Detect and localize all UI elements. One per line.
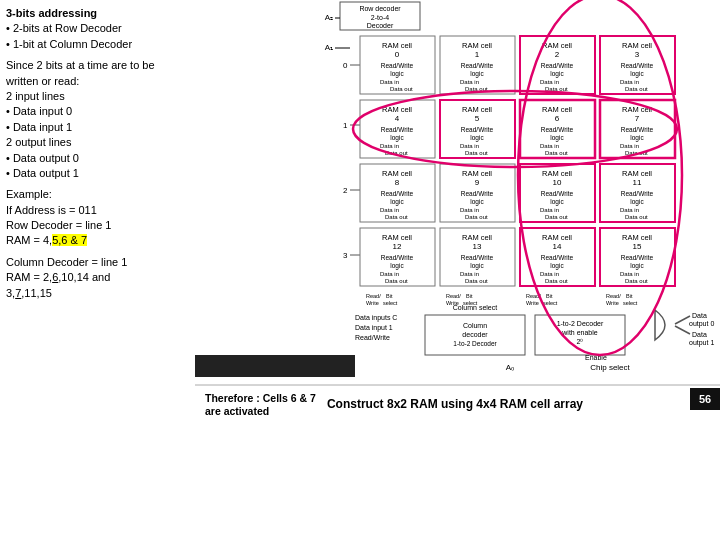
svg-text:Data in: Data in [380,271,399,277]
svg-text:are activated: are activated [205,405,269,417]
svg-text:Data: Data [692,331,707,338]
svg-text:RAM cell: RAM cell [622,233,652,242]
svg-text:logic: logic [550,262,564,270]
svg-text:RAM cell: RAM cell [542,169,572,178]
svg-text:Bit: Bit [466,293,473,299]
svg-text:logic: logic [470,198,484,206]
svg-text:Data in: Data in [380,207,399,213]
svg-text:Bit: Bit [386,293,393,299]
svg-text:Read/Write: Read/Write [541,190,574,197]
svg-text:logic: logic [630,198,644,206]
row-decoder-line: Row Decoder = line 1 [6,219,111,231]
svg-rect-165 [195,355,355,377]
data-input-0: • Data input 0 [6,105,72,117]
svg-text:logic: logic [550,70,564,78]
svg-text:Read/Write: Read/Write [541,254,574,261]
svg-text:Data out: Data out [385,278,408,284]
svg-text:Write: Write [606,300,619,306]
data-output-0: • Data output 0 [6,152,79,164]
svg-text:Data out: Data out [545,278,568,284]
svg-text:Column select: Column select [453,304,497,311]
svg-text:RAM cell: RAM cell [462,169,492,178]
svg-text:Read/Write: Read/Write [621,254,654,261]
svg-text:Row decoder: Row decoder [359,5,401,12]
svg-text:output 1: output 1 [689,339,714,347]
svg-text:logic: logic [470,134,484,142]
svg-text:15: 15 [633,242,642,251]
svg-text:1: 1 [343,121,348,130]
svg-text:10: 10 [553,178,562,187]
svg-text:Read/Write: Read/Write [621,190,654,197]
svg-text:RAM cell: RAM cell [462,41,492,50]
svg-text:Bit: Bit [546,293,553,299]
svg-text:3: 3 [635,50,640,59]
svg-text:Column: Column [463,322,487,329]
svg-text:Read/Write: Read/Write [461,254,494,261]
svg-text:Construct 8x2 RAM using 4x4 RA: Construct 8x2 RAM using 4x4 RAM cell arr… [327,397,583,411]
svg-text:Read/Write: Read/Write [381,254,414,261]
svg-text:Therefore : Cells 6 & 7: Therefore : Cells 6 & 7 [205,392,316,404]
svg-text:decoder: decoder [462,331,488,338]
svg-text:Data out: Data out [545,150,568,156]
svg-text:Data out: Data out [385,214,408,220]
svg-text:1-to-2 Decoder: 1-to-2 Decoder [557,320,604,327]
svg-text:3: 3 [343,251,348,260]
svg-text:Read/: Read/ [446,293,461,299]
svg-text:Data in: Data in [460,271,479,277]
svg-text:13: 13 [473,242,482,251]
svg-text:logic: logic [390,134,404,142]
svg-text:2: 2 [343,186,348,195]
svg-text:select: select [383,300,398,306]
svg-text:Read/Write: Read/Write [381,126,414,133]
svg-text:Write: Write [366,300,379,306]
svg-text:Data out: Data out [465,150,488,156]
svg-text:select: select [543,300,558,306]
bullet-col-decoder: • 1-bit at Column Decoder [6,38,132,50]
bullet-row-decoder: • 2-bits at Row Decoder [6,22,122,34]
svg-text:2: 2 [555,50,560,59]
svg-text:Read/Write: Read/Write [621,62,654,69]
svg-text:A₀: A₀ [506,363,514,372]
svg-text:Read/Write: Read/Write [355,334,390,341]
svg-text:Data out: Data out [625,214,648,220]
svg-text:Data out: Data out [465,214,488,220]
svg-text:Read/Write: Read/Write [541,126,574,133]
svg-text:56: 56 [699,393,711,405]
svg-text:Data in: Data in [460,207,479,213]
col-decoder-line: Column Decoder = line 1 [6,256,127,268]
ram-col2: 3,7,11,15 [6,287,52,299]
svg-text:logic: logic [390,198,404,206]
title-3bit: 3-bits addressing [6,7,97,19]
svg-text:Data: Data [692,312,707,319]
svg-text:logic: logic [630,70,644,78]
svg-text:Data in: Data in [620,79,639,85]
svg-text:Read/: Read/ [366,293,381,299]
svg-text:Data inputs C: Data inputs C [355,314,397,322]
svg-text:Write: Write [526,300,539,306]
svg-text:2⁰: 2⁰ [577,338,584,345]
svg-text:0: 0 [343,61,348,70]
svg-text:Read/Write: Read/Write [381,190,414,197]
svg-text:RAM cell: RAM cell [542,105,572,114]
svg-text:Data out: Data out [465,278,488,284]
svg-text:14: 14 [553,242,562,251]
svg-text:11: 11 [633,178,642,187]
svg-text:A₁: A₁ [325,43,333,52]
diagram-svg: Row decoder 2-to-4 Decoder A₂ A₁ 0 1 2 3… [195,0,720,540]
svg-text:Decoder: Decoder [367,22,394,29]
if-address: If Address is = 011 [6,204,97,216]
svg-text:logic: logic [390,262,404,270]
svg-text:RAM cell: RAM cell [622,41,652,50]
svg-text:Data input 1: Data input 1 [355,324,393,332]
left-panel: 3-bits addressing • 2-bits at Row Decode… [0,0,195,540]
svg-text:Bit: Bit [626,293,633,299]
svg-text:1: 1 [475,50,480,59]
right-panel: Row decoder 2-to-4 Decoder A₂ A₁ 0 1 2 3… [195,0,720,540]
svg-text:Read/Write: Read/Write [541,62,574,69]
svg-text:Chip select: Chip select [590,363,630,372]
svg-text:8: 8 [395,178,400,187]
svg-text:Data in: Data in [380,79,399,85]
svg-text:9: 9 [475,178,480,187]
svg-text:Data in: Data in [620,207,639,213]
output-lines: 2 output lines [6,136,71,148]
